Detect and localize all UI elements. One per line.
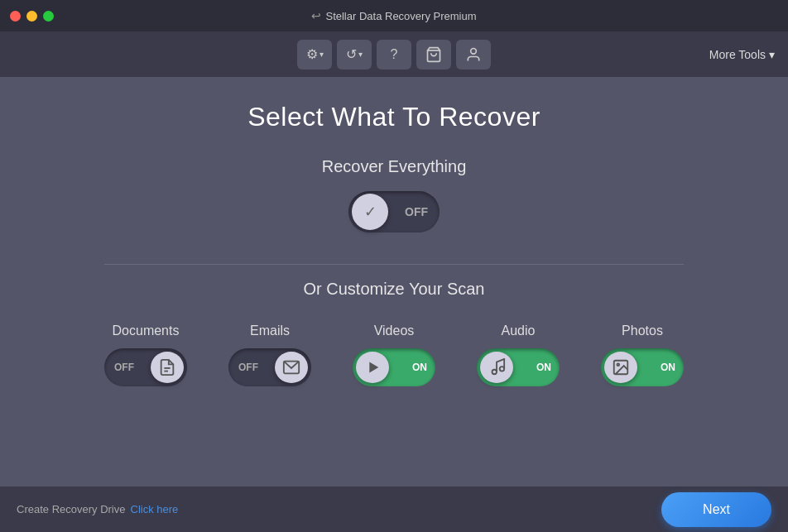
documents-toggle-text: OFF <box>114 362 134 373</box>
title-bar: ↩ Stellar Data Recovery Premium <box>0 0 788 31</box>
create-recovery-label: Create Recovery Drive <box>17 503 126 515</box>
more-tools-dropdown-icon: ▾ <box>769 48 775 61</box>
audio-thumb <box>480 352 513 383</box>
svg-marker-5 <box>369 362 378 373</box>
photos-label: Photos <box>622 324 663 338</box>
photos-toggle[interactable]: ON <box>601 348 684 386</box>
toolbar-right: More Tools ▾ <box>709 48 775 61</box>
photo-icon <box>612 358 630 376</box>
traffic-lights <box>10 11 54 22</box>
divider <box>104 264 684 265</box>
account-button[interactable] <box>456 40 491 69</box>
videos-toggle-text: ON <box>412 362 427 373</box>
videos-label: Videos <box>374 324 415 338</box>
toolbar: ⚙ ▾ ↺ ▾ ? More Tools ▾ <box>0 31 788 77</box>
audio-toggle[interactable]: ON <box>477 348 560 386</box>
emails-thumb <box>275 352 308 383</box>
settings-icon: ⚙ <box>306 46 318 62</box>
svg-point-9 <box>617 363 619 366</box>
toolbar-center: ⚙ ▾ ↺ ▾ ? <box>297 40 491 69</box>
file-types-row: Documents OFF Emails <box>104 324 684 386</box>
check-icon: ✓ <box>364 203 377 221</box>
customize-label: Or Customize Your Scan <box>304 280 485 299</box>
minimize-button[interactable] <box>26 11 37 22</box>
cart-icon <box>425 46 442 63</box>
document-icon <box>158 358 176 376</box>
audio-toggle-text: ON <box>536 362 551 373</box>
audio-icon <box>488 358 506 376</box>
documents-label: Documents <box>113 324 180 338</box>
help-icon: ? <box>391 47 398 62</box>
emails-toggle-text: OFF <box>238 362 258 373</box>
maximize-button[interactable] <box>43 11 54 22</box>
photos-thumb <box>604 352 637 383</box>
svg-point-1 <box>471 48 477 54</box>
file-type-emails: Emails OFF <box>228 324 311 386</box>
emails-toggle[interactable]: OFF <box>228 348 311 386</box>
recover-everything-label: Recover Everything <box>322 157 467 176</box>
file-type-documents: Documents OFF <box>104 324 187 386</box>
history-icon: ↺ <box>346 46 357 62</box>
file-type-videos: Videos ON <box>353 324 435 386</box>
videos-toggle[interactable]: ON <box>353 348 435 386</box>
audio-label: Audio <box>502 324 536 338</box>
recover-toggle-text: OFF <box>405 205 428 218</box>
photos-toggle-text: ON <box>661 362 675 373</box>
footer-left: Create Recovery Drive Click here <box>17 503 178 515</box>
back-icon: ↩ <box>311 9 321 22</box>
videos-thumb <box>356 352 389 383</box>
documents-toggle[interactable]: OFF <box>104 348 187 386</box>
account-icon <box>465 46 482 63</box>
documents-thumb <box>151 352 184 383</box>
page-title: Select What To Recover <box>247 102 541 132</box>
file-type-photos: Photos ON <box>601 324 684 386</box>
footer: Create Recovery Drive Click here Next <box>0 486 788 532</box>
history-button[interactable]: ↺ ▾ <box>337 40 372 69</box>
app-title: Stellar Data Recovery Premium <box>325 10 476 22</box>
history-dropdown-icon: ▾ <box>358 50 363 59</box>
recover-everything-section: Recover Everything ✓ OFF <box>322 157 467 232</box>
file-type-audio: Audio ON <box>477 324 560 386</box>
more-tools-label: More Tools <box>709 48 766 61</box>
click-here-link[interactable]: Click here <box>131 503 179 515</box>
main-content: Select What To Recover Recover Everythin… <box>0 77 788 486</box>
recover-toggle-thumb: ✓ <box>352 194 388 230</box>
email-icon <box>282 358 300 376</box>
recover-everything-toggle[interactable]: ✓ OFF <box>348 191 440 232</box>
settings-button[interactable]: ⚙ ▾ <box>297 40 332 69</box>
app-title-container: ↩ Stellar Data Recovery Premium <box>311 9 476 22</box>
next-button[interactable]: Next <box>661 492 771 527</box>
close-button[interactable] <box>10 11 21 22</box>
settings-dropdown-icon: ▾ <box>320 50 324 59</box>
help-button[interactable]: ? <box>377 40 411 69</box>
cart-button[interactable] <box>416 40 451 69</box>
more-tools-button[interactable]: More Tools ▾ <box>709 48 775 61</box>
video-icon <box>363 358 382 376</box>
emails-label: Emails <box>250 324 290 338</box>
